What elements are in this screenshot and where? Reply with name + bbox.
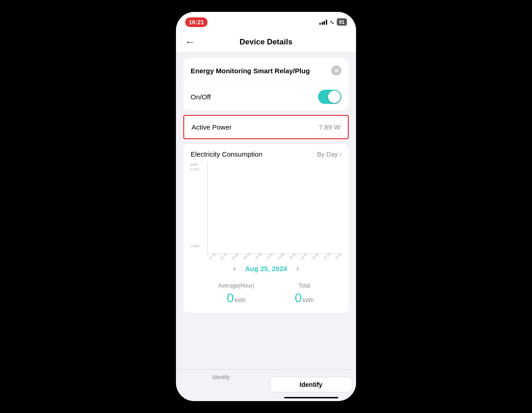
consumption-title: Electricity Consumption xyxy=(191,150,263,158)
onoff-row: On/Off xyxy=(183,83,349,110)
average-value-row: 0 kWh xyxy=(218,291,254,305)
date-navigation: ‹ Aug 25, 2024 › xyxy=(191,258,341,279)
chart-plot-area xyxy=(207,163,341,254)
toggle-thumb xyxy=(328,91,340,103)
consumption-header: Electricity Consumption By Day › xyxy=(191,150,341,158)
tab-identify-right[interactable]: Identify xyxy=(266,370,356,401)
stats-row: Average(Hour) 0 kWh Total 0 kWh xyxy=(191,279,341,313)
battery-indicator: 91 xyxy=(337,18,347,26)
average-value: 0 xyxy=(227,291,234,305)
x-axis-labels: 02:00 04:00 06:00 08:00 10:00 12:00 14:0… xyxy=(207,255,341,258)
status-icons: ∿ 91 xyxy=(319,18,347,26)
signal-bars-icon xyxy=(319,19,327,25)
device-name-row: Energy Monitoring Smart Relay/Plug ✕ xyxy=(183,58,349,83)
consumption-card: Electricity Consumption By Day › kWh 0.0… xyxy=(183,144,349,313)
back-button[interactable]: ← xyxy=(185,36,195,48)
wifi-icon: ∿ xyxy=(329,19,335,26)
bottom-tabs: Identify Identify xyxy=(176,369,356,401)
active-power-row: Active Power 7.89 W xyxy=(184,116,348,138)
prev-date-button[interactable]: ‹ xyxy=(233,264,236,273)
y-axis-top-label: kWh 0.001 xyxy=(191,163,200,172)
onoff-toggle[interactable] xyxy=(318,90,341,104)
consumption-filter-button[interactable]: By Day › xyxy=(317,151,341,158)
total-label: Total xyxy=(295,283,314,289)
total-value: 0 xyxy=(295,291,302,305)
nav-header: ← Device Details xyxy=(176,32,356,53)
onoff-label: On/Off xyxy=(191,93,211,101)
tab-identify-left-label: Identify xyxy=(176,374,266,380)
average-unit: kWh xyxy=(235,297,246,304)
status-bar: 16:21 ∿ 91 xyxy=(176,12,356,32)
status-time: 16:21 xyxy=(185,17,208,27)
active-power-value: 7.89 W xyxy=(318,123,340,131)
content-area: Energy Monitoring Smart Relay/Plug ✕ On/… xyxy=(176,53,356,369)
device-name-card: Energy Monitoring Smart Relay/Plug ✕ On/… xyxy=(183,58,349,110)
close-button[interactable]: ✕ xyxy=(331,65,341,76)
chart-wrapper: kWh 0.001 0.000 02:00 04:00 06:00 08:00 … xyxy=(191,163,341,258)
phone-container: 16:21 ∿ 91 ← Device Details Energy Monit… xyxy=(176,12,356,401)
total-stat: Total 0 kWh xyxy=(295,283,314,305)
chevron-right-icon: › xyxy=(340,151,341,158)
device-name-label: Energy Monitoring Smart Relay/Plug xyxy=(191,67,310,75)
average-stat: Average(Hour) 0 kWh xyxy=(218,283,254,305)
tab-identify-left[interactable]: Identify xyxy=(176,370,266,401)
active-power-label: Active Power xyxy=(192,123,232,131)
page-title: Device Details xyxy=(240,38,292,47)
active-power-card: Active Power 7.89 W xyxy=(183,115,349,139)
y-axis-bottom-label: 0.000 xyxy=(191,244,200,248)
tab-active-indicator xyxy=(284,397,338,398)
identify-button[interactable]: Identify xyxy=(270,377,353,392)
current-date: Aug 25, 2024 xyxy=(245,265,287,272)
next-date-button[interactable]: › xyxy=(296,264,299,273)
filter-label: By Day xyxy=(317,151,338,158)
average-label: Average(Hour) xyxy=(218,283,254,289)
total-unit: kWh xyxy=(303,297,314,304)
total-value-row: 0 kWh xyxy=(295,291,314,305)
